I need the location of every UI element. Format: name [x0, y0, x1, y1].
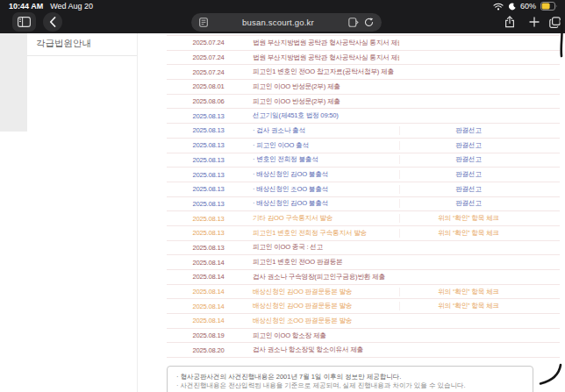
- table-row: 2025.07.24법원 부산지방법원 공탁관 형사공탁사실 통지서 제출: [167, 36, 560, 51]
- progress-cell: 배상신청인 조OO 판결문등본 발송: [250, 317, 399, 325]
- date-cell: 2025.07.24: [167, 68, 250, 76]
- table-row: 2025.08.01피고인 이OO 반성문(2부) 제출: [167, 80, 560, 95]
- result-cell: 판결선고: [399, 199, 560, 208]
- result-cell: 위의 “확인” 항목 체크: [399, 229, 560, 238]
- date-cell: 2025.08.14: [167, 273, 250, 281]
- table-row: 2025.07.24법원 부산지방법원 공탁관 형사공탁사실 통지서 제출: [167, 51, 560, 66]
- table-row: 2025.08.13· 검사 권소나 출석판결선고: [167, 124, 560, 139]
- progress-cell: 기타 김OO 구속통지서 발송: [250, 214, 399, 223]
- progress-cell: 검사 권소나 항소장및 항소이유서 제출: [250, 346, 399, 354]
- table-row: 2025.08.13· 배상신청인 김OO 불출석판결선고: [167, 197, 560, 212]
- table-row: 2025.08.13피고인1 변호인 전희정 구속통지서 발송위의 “확인” 항…: [167, 226, 560, 241]
- webpage: 각급법원안내 2025.07.24법원 부산지방법원 공탁관 형사공탁사실 통지…: [0, 33, 565, 392]
- progress-cell: 피고인 이OO 반성문(2부) 제출: [250, 82, 399, 91]
- progress-cell: · 변호인 전희정 불출석: [250, 155, 399, 164]
- progress-cell: 피고인 이OO 종국 : 선고: [250, 243, 399, 252]
- date-cell: 2025.08.13: [167, 171, 250, 179]
- status-bar: 10:44 AM Wed Aug 20 60%: [0, 0, 565, 12]
- date-cell: 2025.08.14: [167, 288, 250, 296]
- result-cell: 판결선고: [399, 141, 560, 150]
- wifi-icon: [493, 3, 504, 11]
- progress-cell: 배상신청인 김OO 판결문등본 발송: [250, 302, 399, 310]
- sidebar-toggle-button[interactable]: [12, 12, 36, 32]
- reader-icon[interactable]: [199, 18, 208, 27]
- plus-icon: [529, 17, 540, 27]
- table-row: 2025.08.13피고인 이OO 종국 : 선고: [167, 241, 560, 256]
- progress-cell: 피고인1 변호인 전희정 구속통지서 발송: [250, 229, 399, 238]
- table-row: 2025.08.13· 변호인 전희정 불출석판결선고: [167, 153, 560, 168]
- progress-cell: · 피고인 이OO 출석: [250, 141, 399, 150]
- notice-line-2: · 사건진행내용은 전산입력된 내용을 기준으로 제공되며, 실제 진행내용과 …: [176, 381, 524, 390]
- progress-cell: 피고인 이OO 반성문(2부) 제출: [250, 97, 399, 106]
- result-cell: 판결선고: [399, 170, 560, 179]
- table-row: 2025.08.19피고인 이OO 항소장 제출: [167, 329, 560, 344]
- result-cell: 판결선고: [399, 155, 560, 164]
- page-left-gutter: [0, 33, 27, 132]
- table-row: 2025.08.20검사 권소나 항소장및 항소이유서 제출: [167, 343, 560, 358]
- date-cell: 2025.08.14: [167, 317, 250, 324]
- url-text: busan.scourt.go.kr: [208, 18, 348, 27]
- sidebar-icon: [18, 17, 31, 27]
- new-tab-button[interactable]: [525, 12, 544, 32]
- progress-cell: 배상신청인 김OO 판결문등본 발송: [250, 288, 399, 296]
- table-row: 2025.08.14피고인1 변호인 전OO 판결등본: [167, 255, 560, 270]
- sidebar-item-court-guide[interactable]: 각급법원안내: [27, 33, 137, 56]
- progress-cell: 법원 부산지방법원 공탁관 형사공탁사실 통지서 제출: [250, 39, 399, 47]
- progress-cell: · 검사 권소나 출석: [250, 126, 399, 135]
- result-cell: 위의 “확인” 항목 체크: [399, 302, 560, 310]
- notice-line-1: · 형사공판사건의 사건진행내용은 2001년 7월 1일 이후의 정보만 제공…: [176, 373, 524, 381]
- focus-moon-icon: [508, 3, 516, 11]
- table-row: 2025.08.13· 피고인 이OO 출석판결선고: [167, 139, 560, 153]
- pen-mark-bottom: [537, 362, 565, 390]
- back-button[interactable]: [43, 12, 62, 32]
- table-row: 2025.08.06피고인 이OO 반성문(2부) 제출: [167, 95, 560, 110]
- date-cell: 2025.07.24: [167, 53, 250, 61]
- date-cell: 2025.08.19: [167, 331, 250, 339]
- page-tools-icon[interactable]: [348, 18, 359, 27]
- date-cell: 2025.08.13: [167, 112, 250, 120]
- ipad-screen: 10:44 AM Wed Aug 20 60%: [0, 0, 565, 392]
- case-table-body: 2025.07.24법원 부산지방법원 공탁관 형사공탁사실 통지서 제출202…: [167, 36, 560, 358]
- table-row: 2025.08.13기타 김OO 구속통지서 발송위의 “확인” 항목 체크: [167, 211, 560, 226]
- progress-cell: 피고인 이OO 항소장 제출: [250, 331, 399, 340]
- pen-mark-top: [553, 19, 565, 58]
- address-bar[interactable]: busan.scourt.go.kr: [191, 13, 382, 32]
- date-cell: 2025.08.13: [167, 229, 250, 237]
- progress-cell: 법원 부산지방법원 공탁관 형사공탁사실 통지서 제출: [250, 53, 399, 62]
- clock: 10:44 AM: [9, 2, 43, 11]
- battery-icon: [540, 2, 558, 11]
- date-cell: 2025.08.13: [167, 185, 250, 193]
- share-icon: [504, 16, 515, 28]
- table-row: 2025.08.14배상신청인 김OO 판결문등본 발송위의 “확인” 항목 체…: [167, 299, 560, 314]
- battery-percent: 60%: [520, 2, 536, 11]
- table-row: 2025.08.13· 배상신청인 김OO 불출석판결선고: [167, 167, 560, 182]
- date-cell: 2025.08.13: [167, 126, 250, 134]
- progress-cell: 검사 권소나 구속영장(피고인구금용)반환 제출: [250, 273, 399, 282]
- result-cell: 판결선고: [399, 185, 560, 194]
- progress-cell: · 배상신청인 김OO 불출석: [250, 170, 399, 179]
- result-cell: 판결선고: [399, 126, 560, 135]
- date-cell: 2025.08.13: [167, 215, 250, 223]
- date-cell: 2025.08.06: [167, 97, 250, 105]
- date-cell: 2025.08.14: [167, 259, 250, 267]
- date-cell: 2025.08.14: [167, 303, 250, 310]
- share-button[interactable]: [500, 12, 519, 32]
- progress-cell: · 배상신청인 김OO 불출석: [250, 199, 399, 208]
- date-cell: 2025.08.20: [167, 346, 250, 354]
- left-menu: 각급법원안내: [27, 33, 138, 392]
- date-cell: 2025.08.13: [167, 141, 250, 149]
- case-progress-table: 2025.07.24법원 부산지방법원 공탁관 형사공탁사실 통지서 제출202…: [167, 35, 560, 358]
- table-row: 2025.08.14배상신청인 조OO 판결문등본 발송: [167, 314, 560, 329]
- reload-icon[interactable]: [364, 18, 374, 27]
- result-cell: 위의 “확인” 항목 체크: [399, 288, 560, 296]
- table-row: 2025.08.13선고기일(제451호 법정 09:50): [167, 109, 560, 124]
- result-cell: 위의 “확인” 항목 체크: [399, 214, 560, 223]
- table-row: 2025.08.14검사 권소나 구속영장(피고인구금용)반환 제출: [167, 270, 560, 285]
- date-cell: 2025.08.13: [167, 156, 250, 164]
- browser-chrome: 10:44 AM Wed Aug 20 60%: [0, 0, 565, 33]
- progress-cell: 피고인1 변호인 전OO 판결등본: [250, 258, 399, 267]
- table-row: 2025.08.13· 배상신청인 조OO 불출석판결선고: [167, 182, 560, 197]
- date-cell: 2025.08.01: [167, 82, 250, 90]
- notice-box: · 형사공판사건의 사건진행내용은 2001년 7월 1일 이후의 정보만 제공…: [167, 366, 533, 392]
- progress-cell: 피고인1 변호인 전OO 참고자료(공탁서첨부) 제출: [250, 68, 399, 76]
